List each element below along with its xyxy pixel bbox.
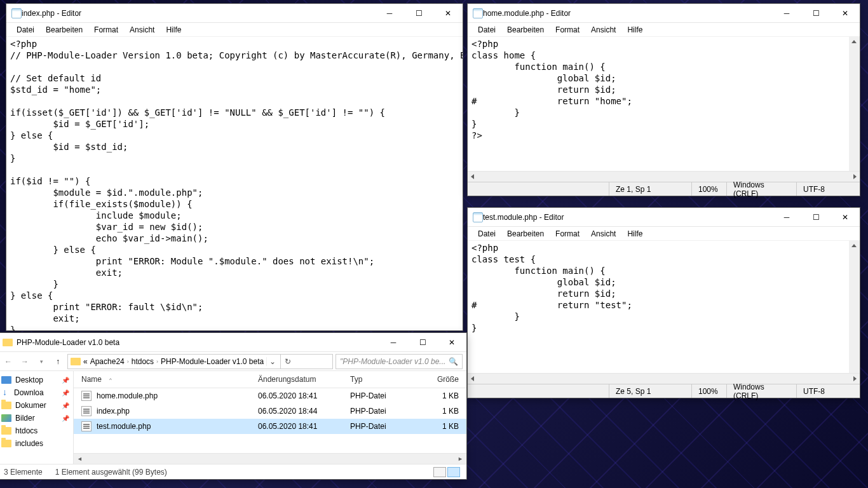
menu-format[interactable]: Format <box>550 24 585 36</box>
nav-up-button[interactable]: ↑ <box>51 355 65 369</box>
sidebar-item-label: Downloa <box>14 388 44 397</box>
editor-window-home[interactable]: home.module.php - Editor ─ ☐ ✕ Datei Bea… <box>467 3 860 196</box>
nav-history-dropdown[interactable]: ▾ <box>34 355 48 369</box>
window-title: test.module.php - Editor <box>483 213 772 222</box>
file-size: 1 KB <box>419 391 466 400</box>
pin-icon: 📌 <box>62 390 69 396</box>
statusbar: Ze 5, Sp 1 100% Windows (CRLF) UTF-8 <box>468 384 860 398</box>
folder-icon <box>1 402 11 409</box>
close-button[interactable]: ✕ <box>831 4 860 23</box>
horizontal-scrollbar[interactable] <box>468 171 860 182</box>
pin-icon: 📌 <box>62 402 69 409</box>
menu-bearbeiten[interactable]: Bearbeiten <box>502 228 549 240</box>
encoding: UTF-8 <box>796 384 860 398</box>
desktop-icon <box>1 376 11 384</box>
file-date: 06.05.2020 18:44 <box>250 407 342 416</box>
close-button[interactable]: ✕ <box>437 333 466 352</box>
vertical-scrollbar[interactable] <box>849 37 860 171</box>
maximize-button[interactable]: ☐ <box>408 333 437 352</box>
menubar: Datei Bearbeiten Format Ansicht Hilfe <box>6 23 463 37</box>
editor-window-index[interactable]: index.php - Editor ─ ☐ ✕ Datei Bearbeite… <box>6 3 463 331</box>
maximize-button[interactable]: ☐ <box>801 208 831 227</box>
address-dropdown[interactable]: ⌄ <box>266 357 278 366</box>
menu-hilfe[interactable]: Hilfe <box>622 24 648 36</box>
refresh-button[interactable]: ↻ <box>280 355 294 369</box>
close-button[interactable]: ✕ <box>433 4 463 23</box>
column-size[interactable]: Größe <box>419 375 466 384</box>
search-icon: 🔍 <box>449 357 458 366</box>
explorer-sidebar: Desktop📌Downloa📌Dokumer📌Bilder📌htdocsinc… <box>0 371 74 464</box>
explorer-toolbar: ← → ▾ ↑ « Apache24› htdocs› PHP-Module-L… <box>0 352 466 371</box>
menu-datei[interactable]: Datei <box>11 24 39 36</box>
folder-icon <box>3 339 13 346</box>
column-date[interactable]: Änderungsdatum <box>250 375 342 384</box>
editor-text-area[interactable]: <?php // PHP-Module-Loader Version 1.0 b… <box>6 37 463 330</box>
titlebar[interactable]: PHP-Module-Loader v1.0 beta ─ ☐ ✕ <box>0 333 466 352</box>
file-date: 06.05.2020 18:41 <box>250 422 342 431</box>
menu-format[interactable]: Format <box>89 24 123 36</box>
vertical-scrollbar[interactable] <box>849 241 860 373</box>
menu-ansicht[interactable]: Ansicht <box>586 228 621 240</box>
menu-ansicht[interactable]: Ansicht <box>586 24 621 36</box>
column-type[interactable]: Typ <box>342 375 419 384</box>
titlebar[interactable]: home.module.php - Editor ─ ☐ ✕ <box>468 4 860 23</box>
column-name[interactable]: Name^ <box>74 375 250 384</box>
sidebar-item-label: includes <box>15 439 43 448</box>
menu-ansicht[interactable]: Ansicht <box>125 24 159 36</box>
notepad-icon <box>11 8 22 18</box>
file-icon <box>81 421 92 431</box>
editor-text-area[interactable]: <?php class test { function main() { glo… <box>468 241 860 373</box>
file-list: Name^ Änderungsdatum Typ Größe home.modu… <box>74 371 466 464</box>
sidebar-item[interactable]: Dokumer📌 <box>0 399 73 412</box>
view-details-button[interactable] <box>447 467 460 477</box>
sidebar-item[interactable]: includes <box>0 437 73 450</box>
menu-datei[interactable]: Datei <box>473 24 501 36</box>
window-title: PHP-Module-Loader v1.0 beta <box>17 338 379 347</box>
folder-icon <box>1 440 11 447</box>
explorer-statusbar: 3 Elemente 1 Element ausgewählt (99 Byte… <box>0 464 466 479</box>
nav-back-button[interactable]: ← <box>1 355 15 369</box>
titlebar[interactable]: test.module.php - Editor ─ ☐ ✕ <box>468 208 860 227</box>
breadcrumb[interactable]: htdocs› <box>132 357 158 366</box>
menu-format[interactable]: Format <box>550 228 585 240</box>
file-name: home.module.php <box>97 391 158 400</box>
sidebar-item[interactable]: htdocs <box>0 424 73 437</box>
search-input[interactable]: "PHP-Module-Loader v1.0 be... 🔍 <box>336 354 463 369</box>
menu-bearbeiten[interactable]: Bearbeiten <box>502 24 549 36</box>
explorer-window[interactable]: PHP-Module-Loader v1.0 beta ─ ☐ ✕ ← → ▾ … <box>0 332 467 480</box>
editor-text-area[interactable]: <?php class home { function main() { glo… <box>468 37 860 171</box>
close-button[interactable]: ✕ <box>831 208 860 227</box>
horizontal-scrollbar[interactable] <box>468 373 860 384</box>
maximize-button[interactable]: ☐ <box>404 4 433 23</box>
pic-icon <box>1 414 11 422</box>
sidebar-item[interactable]: Downloa📌 <box>0 386 73 399</box>
menu-hilfe[interactable]: Hilfe <box>622 228 648 240</box>
cursor-position: Ze 5, Sp 1 <box>609 384 691 398</box>
file-row[interactable]: home.module.php06.05.2020 18:41PHP-Datei… <box>74 388 466 403</box>
horizontal-scrollbar[interactable]: ◄► <box>74 453 466 464</box>
sidebar-item[interactable]: Desktop📌 <box>0 374 73 386</box>
minimize-button[interactable]: ─ <box>772 208 801 227</box>
folder-icon <box>1 427 11 435</box>
file-type: PHP-Datei <box>342 422 419 431</box>
sort-indicator-icon: ^ <box>109 377 112 383</box>
menu-bearbeiten[interactable]: Bearbeiten <box>41 24 88 36</box>
minimize-button[interactable]: ─ <box>772 4 801 23</box>
titlebar[interactable]: index.php - Editor ─ ☐ ✕ <box>6 4 463 23</box>
minimize-button[interactable]: ─ <box>379 333 408 352</box>
sidebar-item[interactable]: Bilder📌 <box>0 412 73 424</box>
minimize-button[interactable]: ─ <box>375 4 404 23</box>
menu-datei[interactable]: Datei <box>473 228 501 240</box>
address-bar[interactable]: « Apache24› htdocs› PHP-Module-Loader v1… <box>67 354 333 369</box>
breadcrumb[interactable]: PHP-Module-Loader v1.0 beta <box>161 357 264 366</box>
nav-forward-button[interactable]: → <box>18 355 32 369</box>
sidebar-item-label: Bilder <box>15 414 35 423</box>
view-thumbnails-button[interactable] <box>433 467 446 477</box>
breadcrumb[interactable]: Apache24› <box>90 357 129 366</box>
maximize-button[interactable]: ☐ <box>801 4 831 23</box>
file-row[interactable]: index.php06.05.2020 18:44PHP-Datei1 KB <box>74 403 466 419</box>
menu-hilfe[interactable]: Hilfe <box>161 24 186 36</box>
line-ending: Windows (CRLF) <box>726 384 796 398</box>
file-row[interactable]: test.module.php06.05.2020 18:41PHP-Datei… <box>74 419 466 434</box>
editor-window-test[interactable]: test.module.php - Editor ─ ☐ ✕ Datei Bea… <box>467 207 860 398</box>
